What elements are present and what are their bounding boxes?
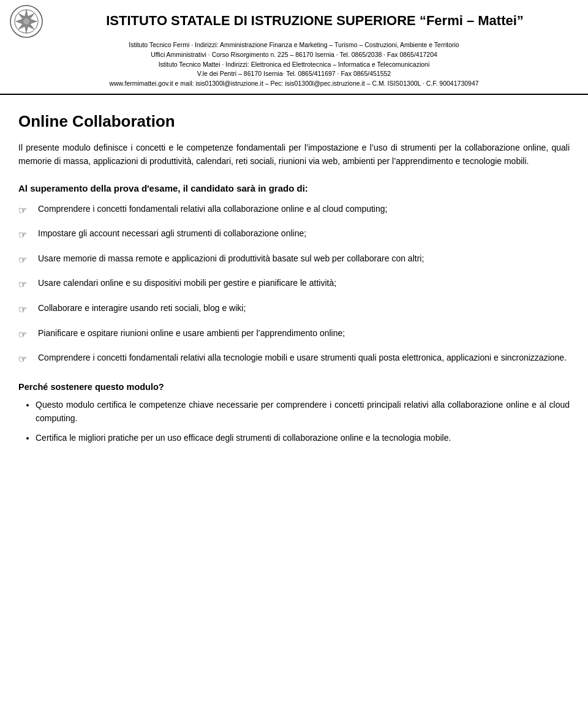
finger-icon: ☞	[18, 252, 32, 268]
competency-list: ☞Comprendere i concetti fondamentali rel…	[18, 202, 570, 367]
header-line3: Istituto Tecnico Mattei · Indirizzi: Ele…	[109, 60, 478, 70]
bullet-text: Usare calendari online e su dispositivi …	[38, 276, 570, 290]
bullet-text: Comprendere i concetti fondamentali rela…	[38, 202, 570, 215]
finger-icon: ☞	[18, 327, 32, 343]
header-line5: www.fermimattei.gov.it e mail: isis01300…	[109, 79, 478, 89]
header-line1: Istituto Tecnico Fermi · Indirizzi: Ammi…	[109, 40, 478, 50]
intro-paragraph: Il presente modulo definisce i concetti …	[18, 141, 570, 168]
list-item: ☞Impostare gli account necessari agli st…	[18, 227, 570, 243]
why-heading: Perché sostenere questo modulo?	[18, 382, 570, 392]
header-details: Istituto Tecnico Fermi · Indirizzi: Ammi…	[109, 40, 478, 89]
list-item: ☞Comprendere i concetti fondamentali rel…	[18, 351, 570, 367]
bullet-text: Impostare gli account necessari agli str…	[38, 227, 570, 240]
exam-heading: Al superamento della prova d'esame, il c…	[18, 183, 570, 193]
finger-icon: ☞	[18, 203, 32, 219]
svg-point-3	[23, 18, 29, 24]
list-item: ☞Comprendere i concetti fondamentali rel…	[18, 202, 570, 219]
finger-icon: ☞	[18, 277, 32, 293]
finger-icon: ☞	[18, 351, 32, 367]
finger-icon: ☞	[18, 302, 32, 318]
list-item: ☞Usare calendari online e su dispositivi…	[18, 276, 570, 293]
list-item: Certifica le migliori pratiche per un us…	[36, 431, 570, 444]
logo-icon	[10, 5, 43, 38]
list-item: ☞Pianificare e ospitare riunioni online …	[18, 326, 570, 343]
finger-icon: ☞	[18, 227, 32, 243]
list-item: ☞Collaborare e interagire usando reti so…	[18, 301, 570, 318]
list-item: ☞Usare memorie di massa remote e applica…	[18, 252, 570, 268]
bullet-text: Usare memorie di massa remote e applicaz…	[38, 252, 570, 265]
institution-title: ISTITUTO STATALE DI ISTRUZIONE SUPERIORE…	[51, 13, 578, 29]
main-content: Online Collaboration Il presente modulo …	[0, 95, 588, 470]
list-item: Questo modulo certifica le competenze ch…	[36, 398, 570, 425]
bullet-text: Collaborare e interagire usando reti soc…	[38, 301, 570, 315]
page-header: ISTITUTO STATALE DI ISTRUZIONE SUPERIORE…	[0, 0, 588, 95]
page-title: Online Collaboration	[18, 112, 570, 131]
header-line4: V.le dei Pentri – 86170 Isernia· Tel. 08…	[109, 69, 478, 79]
why-list: Questo modulo certifica le competenze ch…	[18, 398, 570, 445]
bullet-text: Comprendere i concetti fondamentali rela…	[38, 351, 570, 364]
header-line2: Uffici Amministrativi · Corso Risorgimen…	[109, 50, 478, 60]
bullet-text: Pianificare e ospitare riunioni online e…	[38, 326, 570, 340]
